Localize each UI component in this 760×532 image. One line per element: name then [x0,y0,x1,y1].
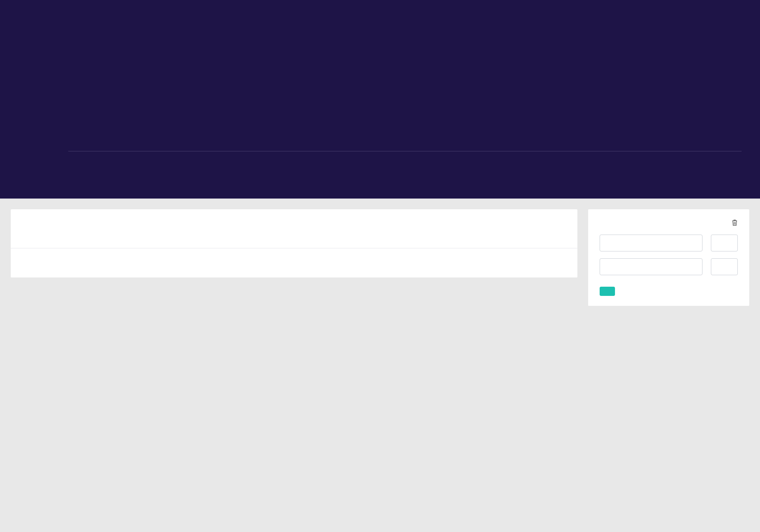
chart-plot-area [68,32,742,147]
sleep-end-ampm[interactable] [711,258,738,275]
page-title [18,11,742,21]
trash-icon [732,219,738,226]
sleep-stages-chart [18,32,742,170]
divider [11,248,577,248]
delete-sleep-button[interactable] [729,219,738,226]
sleep-start-input[interactable] [600,235,702,251]
lower-panels [0,199,760,317]
sleep-hero-panel [0,0,760,199]
edit-sleep-card [588,209,749,306]
time-asleep-value [22,224,566,239]
edit-sleep-button[interactable] [600,287,615,296]
stats-card [11,209,577,277]
sleep-end-input[interactable] [600,258,702,275]
sleep-start-ampm[interactable] [711,235,738,251]
chart-x-axis [68,151,742,166]
chart-ylabels [18,32,64,147]
